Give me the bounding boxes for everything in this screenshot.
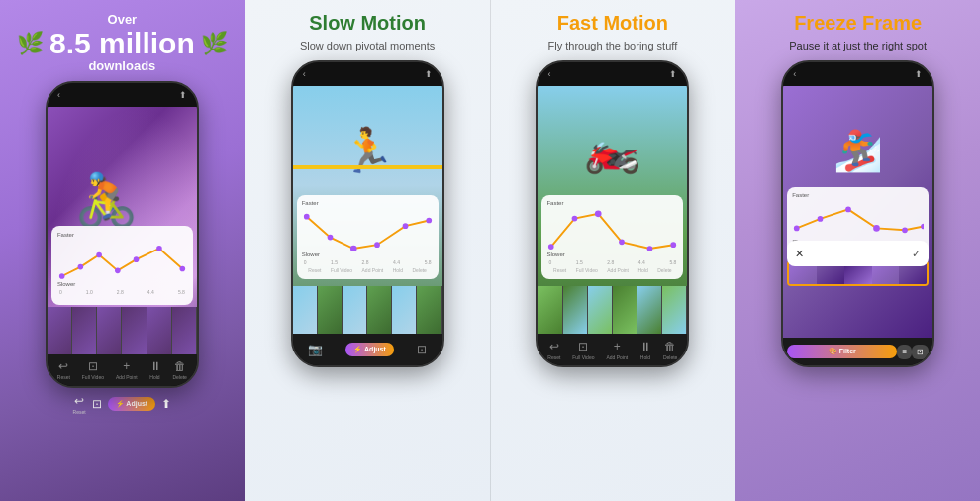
svg-point-7: [304, 214, 310, 220]
slower-label-1: Slower: [57, 281, 75, 287]
slower-label-2: Slower: [302, 251, 434, 257]
phone-screen-3: 🏍️ Faster Slower 0 1.: [538, 86, 687, 334]
svg-point-12: [426, 218, 432, 224]
toolbar-addpoint-3[interactable]: + Add Point: [606, 340, 628, 360]
adjust-button-2[interactable]: ⚡ Adjust: [345, 343, 393, 356]
svg-point-8: [327, 235, 333, 241]
svg-point-4: [134, 256, 140, 262]
share-icon-2: ⬆: [425, 69, 433, 79]
phone-1: ‹ ⬆ 🚴 Faster: [46, 81, 199, 388]
back-icon: ‹: [57, 90, 60, 100]
phone-toolbar-2: 📷 ⚡ Adjust ⊡: [293, 334, 442, 365]
graph-btn-row: Reset Full Video Add Point Hold Delete: [302, 267, 434, 273]
thumb-4: [122, 307, 147, 354]
thumb-6: [172, 307, 197, 354]
svg-point-17: [647, 246, 653, 251]
thumb-2-1: [293, 286, 318, 334]
high-jump-bar: [293, 165, 442, 169]
sliders-icon[interactable]: ≡: [897, 345, 912, 359]
adjust-button-1[interactable]: ⚡ Adjust: [108, 397, 155, 411]
svg-point-22: [873, 225, 880, 232]
svg-point-21: [845, 207, 851, 213]
thumb-2-6: [417, 286, 441, 334]
phone-toolbar-1: ↩ Reset ⊡ Full Video + Add Point ⏸ Hold …: [48, 354, 197, 386]
toolbar-hold[interactable]: ⏸ Hold: [149, 359, 161, 380]
filter-button[interactable]: 🎨 Filter: [787, 345, 897, 358]
phone-4: ‹ ⬆ 🏂 Faster: [781, 60, 934, 367]
thumb-3-3: [588, 286, 613, 334]
thumb-2-2: [318, 286, 343, 334]
panel-slow-motion: Slow Motion Slow down pivotal moments ‹ …: [245, 0, 490, 501]
graph-svg-3: [546, 208, 678, 251]
graph-ticks-1: 0 1.0 2.8 4.4 5.8: [57, 289, 187, 295]
phone-topbar-2: ‹ ⬆: [293, 62, 442, 86]
phone-toolbar-3: ↩ Reset ⊡ Full Video + Add Point ⏸ Hold …: [538, 334, 687, 365]
export-icon-2[interactable]: ⊡: [417, 343, 427, 356]
svg-point-23: [902, 228, 908, 234]
speed-graph-1: Faster Slower 0 1.0: [51, 226, 193, 305]
svg-point-14: [572, 216, 578, 222]
toolbar-delete-3[interactable]: 🗑 Delete: [663, 340, 677, 360]
slow-motion-subtitle: Slow down pivotal moments: [300, 39, 435, 52]
svg-point-18: [671, 243, 677, 249]
svg-point-3: [115, 267, 121, 273]
laurel-right-icon: 🌿: [201, 31, 228, 56]
toolbar-delete[interactable]: 🗑 Delete: [172, 359, 186, 380]
faster-label-4: Faster: [792, 192, 924, 198]
bottom-icon-export[interactable]: ⬆: [161, 397, 171, 411]
svg-point-10: [374, 243, 380, 249]
share-icon: ⬆: [179, 90, 187, 100]
svg-point-6: [179, 265, 185, 271]
phone-screen-4: 🏂 Faster Slower 3.0: [783, 86, 932, 338]
still-close-icon[interactable]: ✕: [795, 248, 804, 260]
laurel-decoration: 🌿 Over 8.5 million downloads 🌿: [17, 12, 228, 75]
thumb-2-5: [392, 286, 417, 334]
toolbar-addpoint[interactable]: + Add Point: [116, 359, 138, 380]
thumb-3: [97, 307, 122, 354]
thumbnail-strip-3: [538, 286, 687, 334]
phone-screen-1: 🚴 Faster Slower: [48, 107, 197, 354]
camera-icon-2[interactable]: 📷: [308, 343, 323, 356]
faster-label-2: Faster: [302, 200, 434, 206]
graph-svg-1: [57, 240, 187, 283]
toolbar-reset[interactable]: ↩ Reset: [57, 359, 70, 380]
svg-point-15: [595, 211, 602, 218]
speed-graph-2: Faster Slower 0 1.5 2.8: [297, 195, 439, 279]
bottom-icon-reset[interactable]: ↩ Reset: [73, 394, 86, 415]
toolbar-fullvideo-3[interactable]: ⊡ Full Video: [572, 340, 594, 360]
high-jumper-icon: 🏃: [303, 96, 433, 205]
freeze-frame-subtitle: Pause it at just the right spot: [789, 39, 927, 52]
back-icon-2: ‹: [303, 69, 306, 79]
badge-number: 8.5 million: [49, 29, 195, 58]
graph-btn-row-3: Reset Full Video Add Point Hold Delete: [546, 267, 678, 273]
thumb-3-2: [563, 286, 588, 334]
speed-graph-3: Faster Slower 0 1.5 2.8: [541, 195, 683, 279]
svg-point-0: [59, 273, 65, 279]
svg-point-1: [77, 264, 83, 270]
bottom-icon-expand[interactable]: ⊡: [92, 397, 102, 411]
svg-point-11: [402, 224, 408, 230]
toolbar-fullvideo[interactable]: ⊡ Full Video: [82, 359, 104, 380]
phone-screen-2: 🏃 Faster Slower 0: [293, 86, 442, 334]
download-badge: 🌿 Over 8.5 million downloads 🌿: [17, 12, 228, 75]
graph-svg-4: [792, 199, 924, 235]
fast-motion-title: Fast Motion: [557, 12, 668, 35]
still-confirm-icon[interactable]: ✓: [912, 248, 921, 260]
thumb-1: [48, 307, 72, 354]
toolbar-hold-3[interactable]: ⏸ Hold: [639, 340, 651, 360]
thumb-3-5: [637, 286, 662, 334]
export-icon-4[interactable]: ⊡: [912, 345, 929, 359]
fast-motion-subtitle: Fly through the boring stuff: [548, 39, 678, 52]
thumb-2-3: [343, 286, 367, 334]
thumb-2: [72, 307, 97, 354]
slow-motion-title: Slow Motion: [309, 12, 426, 35]
toolbar-reset-3[interactable]: ↩ Reset: [547, 340, 560, 360]
thumbnail-strip-2: [293, 286, 442, 334]
svg-point-13: [548, 245, 554, 250]
phone-topbar-1: ‹ ⬆: [48, 83, 197, 107]
thumb-3-6: [662, 286, 687, 334]
badge-suffix: downloads: [49, 58, 195, 75]
graph-ticks-3: 0 1.5 2.8 4.4 5.8: [546, 259, 678, 265]
slower-label-3: Slower: [546, 251, 678, 257]
laurel-left-icon: 🌿: [17, 31, 44, 56]
